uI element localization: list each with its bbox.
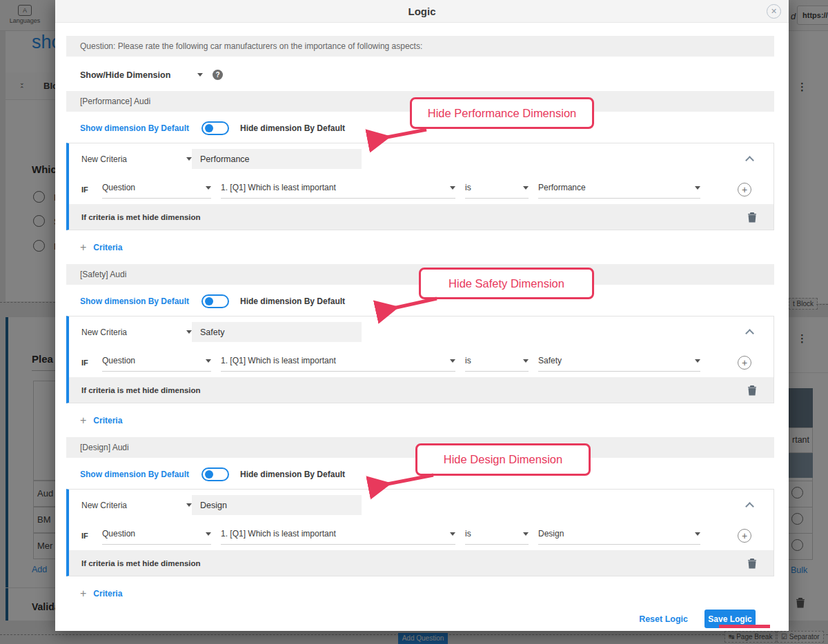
criteria-type-dropdown[interactable]: New Criteria [81,154,192,164]
condition-value-dropdown[interactable]: Performance [538,181,700,199]
modal-title: Logic [408,6,436,17]
add-condition-icon[interactable]: + [738,356,751,370]
close-icon[interactable]: ✕ [767,4,781,19]
default-visibility-row: Show dimension By Default Hide dimension… [66,292,774,311]
condition-operator-value: is [465,183,471,192]
visibility-toggle[interactable] [201,467,229,481]
condition-operator-value: is [465,356,471,365]
condition-question-value: 1. [Q1] Which is least important [221,529,336,539]
chevron-down-icon [450,186,455,190]
hide-by-default-label: Hide dimension By Default [240,296,345,306]
condition-question-value: 1. [Q1] Which is least important [221,356,336,365]
logic-type-row: Show/Hide Dimension ? [66,66,774,83]
chevron-down-icon [523,532,529,536]
add-criteria-link[interactable]: Criteria [93,416,122,425]
condition-row: IF Question 1. [Q1] Which is least impor… [69,348,773,377]
delete-criteria-icon[interactable] [747,212,757,223]
modal-body: Question: Please rate the following car … [55,36,789,628]
plus-icon: + [80,241,86,254]
if-label: IF [81,532,102,540]
add-condition-icon[interactable]: + [738,529,751,543]
criteria-type-value: New Criteria [81,501,127,510]
condition-source-dropdown[interactable]: Question [102,527,211,545]
condition-row: IF Question 1. [Q1] Which is least impor… [69,174,773,204]
help-icon[interactable]: ? [213,70,223,80]
chevron-down-icon [523,359,529,363]
collapse-criteria-icon[interactable] [745,502,754,511]
chevron-down-icon [450,359,455,363]
visibility-toggle[interactable] [201,294,229,308]
logic-type-value: Show/Hide Dimension [80,70,170,80]
reset-logic-link[interactable]: Reset Logic [639,614,688,624]
criteria-card: New Criteria IF Question 1. [Q1] Which i… [66,489,774,576]
add-criteria-row: + Criteria [66,414,774,427]
criteria-met-bar: If criteria is met hide dimension [69,204,773,230]
criteria-type-dropdown[interactable]: New Criteria [81,501,192,510]
modal-footer: Reset Logic Save Logic [66,610,774,628]
condition-source-value: Question [102,356,135,365]
show-by-default-label: Show dimension By Default [80,470,189,479]
collapse-criteria-icon[interactable] [745,329,754,338]
condition-operator-dropdown[interactable]: is [465,354,529,372]
condition-question-dropdown[interactable]: 1. [Q1] Which is least important [221,354,455,372]
condition-operator-value: is [465,529,471,539]
dimension-name-input[interactable] [192,322,362,342]
question-context-bar: Question: Please rate the following car … [66,36,774,57]
criteria-met-text: If criteria is met hide dimension [81,213,201,221]
criteria-met-bar: If criteria is met hide dimension [69,550,773,576]
criteria-type-value: New Criteria [81,154,127,164]
toggle-knob [205,124,213,132]
condition-source-dropdown[interactable]: Question [102,181,211,199]
condition-operator-dropdown[interactable]: is [465,527,529,545]
chevron-down-icon [206,186,211,190]
if-label: IF [81,359,102,367]
chevron-down-icon [695,186,700,190]
condition-row: IF Question 1. [Q1] Which is least impor… [69,521,773,550]
condition-value-dropdown[interactable]: Safety [538,354,700,372]
delete-criteria-icon[interactable] [747,385,757,396]
add-condition-icon[interactable]: + [738,183,751,197]
criteria-card-top-row: New Criteria [69,490,773,521]
chevron-down-icon [186,330,192,334]
visibility-toggle[interactable] [201,121,229,135]
condition-source-value: Question [102,529,135,539]
dimension-name-input[interactable] [192,495,362,515]
dimension-section-header: [Design] Audi [66,437,774,458]
condition-operator-dropdown[interactable]: is [465,181,529,199]
dimension-name-input[interactable] [192,149,362,169]
dimension-section-header: [Safety] Audi [66,264,774,285]
chevron-down-icon [695,532,700,536]
hide-by-default-label: Hide dimension By Default [240,123,345,133]
condition-question-dropdown[interactable]: 1. [Q1] Which is least important [221,181,455,199]
plus-icon: + [80,414,86,427]
chevron-down-icon [206,532,211,536]
dimension-section-header: [Performance] Audi [66,91,774,112]
condition-value-value: Safety [538,356,562,365]
show-by-default-label: Show dimension By Default [80,296,189,306]
default-visibility-row: Show dimension By Default Hide dimension… [66,119,774,138]
condition-value-value: Performance [538,183,586,192]
criteria-card: New Criteria IF Question 1. [Q1] Which i… [66,316,774,403]
condition-question-value: 1. [Q1] Which is least important [221,183,336,192]
collapse-criteria-icon[interactable] [745,156,754,165]
delete-criteria-icon[interactable] [747,558,757,569]
chevron-down-icon [206,359,211,363]
add-criteria-link[interactable]: Criteria [93,243,122,252]
add-criteria-row: + Criteria [66,587,774,601]
plus-icon: + [80,587,86,600]
toggle-knob [205,470,213,479]
criteria-card-top-row: New Criteria [69,316,773,348]
condition-value-dropdown[interactable]: Design [538,527,700,545]
save-logic-button[interactable]: Save Logic [704,610,756,628]
add-criteria-link[interactable]: Criteria [93,589,122,598]
hide-by-default-label: Hide dimension By Default [240,470,345,479]
criteria-type-dropdown[interactable]: New Criteria [81,328,192,337]
criteria-met-bar: If criteria is met hide dimension [69,377,773,403]
condition-question-dropdown[interactable]: 1. [Q1] Which is least important [221,527,455,545]
default-visibility-row: Show dimension By Default Hide dimension… [66,465,774,484]
criteria-type-value: New Criteria [81,328,127,337]
logic-type-dropdown[interactable]: Show/Hide Dimension [80,70,203,80]
show-by-default-label: Show dimension By Default [80,123,189,133]
criteria-card-top-row: New Criteria [69,143,773,174]
condition-source-dropdown[interactable]: Question [102,354,211,372]
